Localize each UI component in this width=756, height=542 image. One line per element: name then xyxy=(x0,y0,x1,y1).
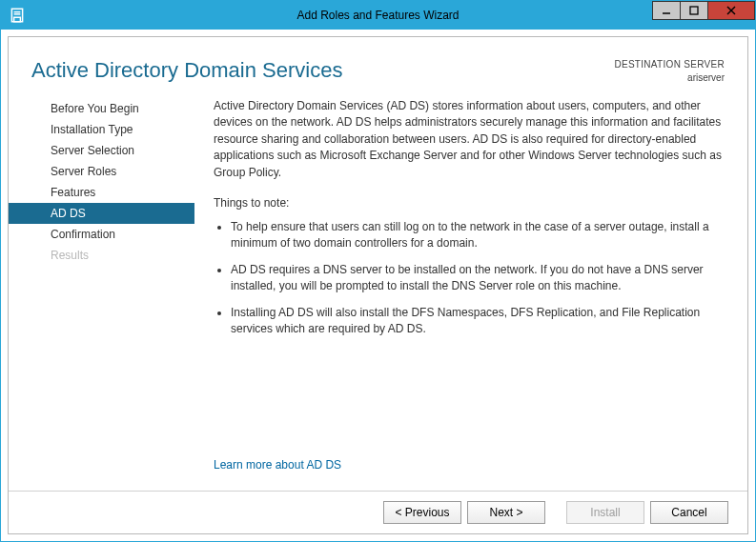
window-controls xyxy=(653,1,755,21)
sidebar-item-server-selection[interactable]: Server Selection xyxy=(9,140,194,161)
svg-rect-1 xyxy=(14,17,21,22)
titlebar: Add Roles and Features Wizard xyxy=(1,1,755,30)
install-button: Install xyxy=(566,501,644,524)
previous-button[interactable]: < Previous xyxy=(383,501,461,524)
note-item: Installing AD DS will also install the D… xyxy=(231,305,725,338)
window-title: Add Roles and Features Wizard xyxy=(1,9,755,22)
minimize-button[interactable] xyxy=(652,1,681,20)
intro-text: Active Directory Domain Services (AD DS)… xyxy=(214,98,725,181)
things-to-note-label: Things to note: xyxy=(214,196,725,210)
sidebar-item-ad-ds[interactable]: AD DS xyxy=(9,203,194,224)
maximize-button[interactable] xyxy=(680,1,708,20)
content-area: Active Directory Domain Services DESTINA… xyxy=(8,36,748,534)
destination-label: DESTINATION SERVER xyxy=(614,58,725,71)
app-icon xyxy=(9,7,26,24)
learn-more-link[interactable]: Learn more about AD DS xyxy=(214,458,725,481)
footer: < Previous Next > Install Cancel xyxy=(9,491,747,533)
cancel-button[interactable]: Cancel xyxy=(650,501,728,524)
page-title: Active Directory Domain Services xyxy=(31,58,342,83)
header-row: Active Directory Domain Services DESTINA… xyxy=(9,37,747,94)
destination-block: DESTINATION SERVER ariserver xyxy=(614,58,725,85)
main-panel: Active Directory Domain Services (AD DS)… xyxy=(194,94,747,491)
wizard-window: Add Roles and Features Wizard Active Dir… xyxy=(0,0,756,542)
next-button[interactable]: Next > xyxy=(467,501,545,524)
note-item: To help ensure that users can still log … xyxy=(231,219,725,252)
svg-rect-5 xyxy=(690,7,698,14)
sidebar-item-features[interactable]: Features xyxy=(9,182,194,203)
notes-list: To help ensure that users can still log … xyxy=(214,219,725,347)
body-row: Before You Begin Installation Type Serve… xyxy=(9,94,747,491)
sidebar-item-confirmation[interactable]: Confirmation xyxy=(9,224,194,245)
sidebar-item-before-you-begin[interactable]: Before You Begin xyxy=(9,98,194,119)
destination-value: ariserver xyxy=(614,71,725,85)
sidebar: Before You Begin Installation Type Serve… xyxy=(9,94,194,491)
sidebar-item-installation-type[interactable]: Installation Type xyxy=(9,119,194,140)
close-button[interactable] xyxy=(707,1,755,20)
note-item: AD DS requires a DNS server to be instal… xyxy=(231,262,725,295)
sidebar-item-server-roles[interactable]: Server Roles xyxy=(9,161,194,182)
sidebar-item-results: Results xyxy=(9,245,194,266)
